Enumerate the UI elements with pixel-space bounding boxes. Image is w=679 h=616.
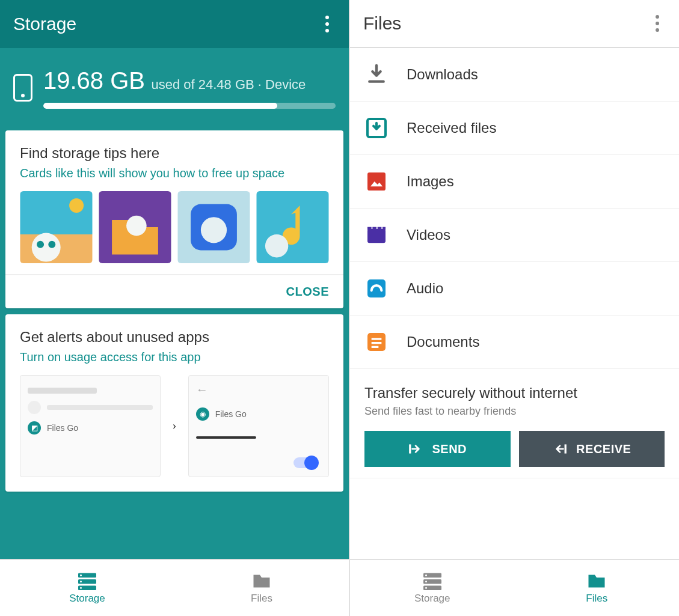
storage-title: Storage xyxy=(13,14,76,34)
svg-point-18 xyxy=(80,587,82,588)
files-tab-icon xyxy=(586,572,607,590)
transfer-subtitle: Send files fast to nearby friends xyxy=(364,405,665,418)
nav-storage[interactable]: Storage xyxy=(350,560,515,616)
files-title: Files xyxy=(363,13,401,34)
alerts-card-title: Get alerts about unused apps xyxy=(20,329,329,346)
svg-point-2 xyxy=(69,198,84,213)
tip-thumb-folder xyxy=(99,191,171,263)
svg-point-16 xyxy=(80,574,82,576)
svg-rect-21 xyxy=(367,229,386,243)
files-appbar: Files xyxy=(350,0,679,48)
documents-icon xyxy=(364,330,389,354)
send-icon xyxy=(408,442,423,456)
tip-thumb-app xyxy=(177,191,250,263)
alerts-app-label-2: Files Go xyxy=(215,409,247,419)
device-icon xyxy=(13,74,32,102)
download-icon xyxy=(364,63,389,87)
storage-used-sub: used of 24.48 GB · Device xyxy=(151,77,306,92)
more-menu-icon[interactable] xyxy=(319,12,336,36)
files-row-label: Images xyxy=(407,173,454,190)
nav-storage-label: Storage xyxy=(414,593,450,605)
alerts-card-subtitle: Turn on usage access for this app xyxy=(20,350,329,364)
storage-cards: Find storage tips here Cards like this w… xyxy=(0,130,349,559)
alerts-mock-list: ◩Files Go xyxy=(20,375,161,477)
nav-storage-label: Storage xyxy=(69,593,105,605)
tips-thumbnails xyxy=(20,191,329,263)
svg-point-3 xyxy=(32,233,61,262)
receive-button-label: RECEIVE xyxy=(576,442,631,456)
files-row-label: Videos xyxy=(407,227,450,243)
storage-progress xyxy=(43,103,336,109)
files-row-received[interactable]: Received files xyxy=(350,102,679,155)
svg-point-17 xyxy=(80,581,82,582)
receive-icon xyxy=(552,442,568,456)
files-row-label: Audio xyxy=(407,280,443,297)
svg-rect-22 xyxy=(367,227,372,230)
images-icon xyxy=(364,169,389,194)
storage-used-value: 19.68 GB xyxy=(43,67,145,94)
svg-rect-0 xyxy=(20,191,93,234)
storage-tab-icon xyxy=(76,572,98,590)
files-tab-icon xyxy=(251,572,272,590)
svg-point-7 xyxy=(126,216,147,236)
tips-close-button[interactable]: CLOSE xyxy=(286,285,329,299)
nav-files[interactable]: Files xyxy=(174,560,349,616)
svg-rect-20 xyxy=(367,172,386,191)
receive-button[interactable]: RECEIVE xyxy=(519,431,665,467)
more-menu-icon[interactable] xyxy=(649,11,666,35)
storage-appbar: Storage xyxy=(0,0,349,48)
chevron-right-icon: › xyxy=(173,421,176,432)
svg-point-38 xyxy=(425,587,427,588)
files-row-label: Documents xyxy=(407,334,479,350)
tips-card-title: Find storage tips here xyxy=(20,145,329,162)
files-row-documents[interactable]: Documents xyxy=(350,316,679,369)
audio-icon xyxy=(364,276,389,300)
send-button-label: SEND xyxy=(432,442,467,456)
storage-hero: 19.68 GB used of 24.48 GB · Device xyxy=(0,48,349,130)
right-bottom-nav: Storage Files xyxy=(350,559,679,616)
svg-rect-28 xyxy=(372,338,382,340)
svg-point-10 xyxy=(201,217,227,243)
nav-files-label: Files xyxy=(586,593,607,605)
tips-card: Find storage tips here Cards like this w… xyxy=(5,130,343,308)
nav-storage[interactable]: Storage xyxy=(0,560,174,616)
received-icon xyxy=(364,116,389,140)
files-row-audio[interactable]: Audio xyxy=(350,262,679,316)
files-row-images[interactable]: Images xyxy=(350,155,679,209)
nav-files[interactable]: Files xyxy=(515,560,680,616)
svg-point-37 xyxy=(425,581,427,582)
tip-thumb-beach xyxy=(20,191,93,263)
svg-rect-26 xyxy=(367,279,386,297)
svg-point-36 xyxy=(425,574,427,576)
svg-rect-29 xyxy=(372,342,382,344)
files-screen: Files Downloads Received files Images Vi… xyxy=(349,0,679,616)
toggle-icon xyxy=(293,457,318,468)
storage-screen: Storage 19.68 GB used of 24.48 GB · Devi… xyxy=(0,0,349,616)
files-row-label: Received files xyxy=(407,120,496,136)
svg-point-5 xyxy=(48,241,55,248)
send-button[interactable]: SEND xyxy=(364,431,511,467)
files-row-videos[interactable]: Videos xyxy=(350,209,679,262)
svg-rect-30 xyxy=(372,346,379,348)
tips-card-subtitle: Cards like this will show you how to fre… xyxy=(20,166,329,180)
alerts-card: Get alerts about unused apps Turn on usa… xyxy=(5,314,343,492)
alerts-app-label: Files Go xyxy=(47,423,78,433)
svg-rect-32 xyxy=(565,444,567,453)
svg-rect-23 xyxy=(372,227,376,230)
files-row-label: Downloads xyxy=(407,66,478,83)
storage-progress-fill xyxy=(43,103,277,109)
svg-rect-24 xyxy=(378,227,382,230)
transfer-title: Transfer securely without internet xyxy=(364,385,665,401)
svg-rect-31 xyxy=(410,444,411,453)
left-bottom-nav: Storage Files xyxy=(0,559,349,616)
nav-files-label: Files xyxy=(251,593,272,605)
svg-rect-25 xyxy=(383,227,386,230)
files-row-downloads[interactable]: Downloads xyxy=(350,48,679,102)
videos-icon xyxy=(364,223,389,247)
alerts-mock-detail: ← ◉Files Go xyxy=(188,375,329,477)
files-list: Downloads Received files Images Videos A… xyxy=(350,48,679,559)
svg-point-4 xyxy=(37,241,44,248)
svg-point-12 xyxy=(265,234,288,257)
storage-tab-icon xyxy=(422,572,443,590)
transfer-card: Transfer securely without internet Send … xyxy=(350,369,679,478)
